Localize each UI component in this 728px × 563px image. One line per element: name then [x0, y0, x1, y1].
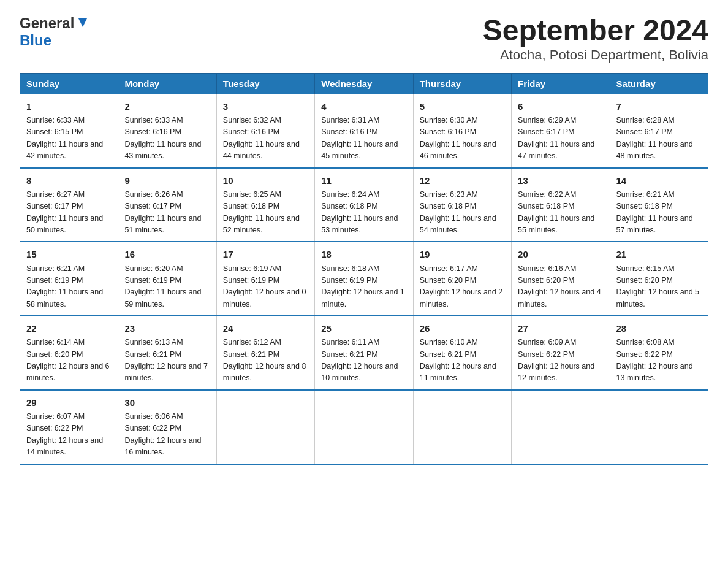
day-number: 29	[26, 396, 112, 410]
page-subtitle: Atocha, Potosi Department, Bolivia	[483, 47, 708, 63]
day-number: 30	[124, 396, 210, 410]
sunset-text: Sunset: 6:21 PM	[124, 350, 181, 359]
header-thursday: Thursday	[413, 73, 511, 94]
header-monday: Monday	[118, 73, 216, 94]
sunrise-text: Sunrise: 6:33 AM	[124, 116, 183, 124]
header-sunday: Sunday	[20, 73, 118, 94]
calendar-cell: 13Sunrise: 6:22 AMSunset: 6:18 PMDayligh…	[512, 168, 610, 242]
calendar-cell: 18Sunrise: 6:18 AMSunset: 6:19 PMDayligh…	[315, 242, 413, 316]
calendar-cell	[512, 390, 610, 464]
sunset-text: Sunset: 6:16 PM	[223, 128, 279, 136]
sunrise-text: Sunrise: 6:06 AM	[124, 412, 183, 421]
day-number: 15	[26, 247, 112, 261]
calendar-week-row: 1Sunrise: 6:33 AMSunset: 6:15 PMDaylight…	[20, 94, 708, 167]
daylight-text: Daylight: 12 hours and 2 minutes.	[420, 288, 503, 308]
sunrise-text: Sunrise: 6:10 AM	[420, 338, 478, 347]
sunset-text: Sunset: 6:19 PM	[124, 276, 181, 285]
calendar-cell: 9Sunrise: 6:26 AMSunset: 6:17 PMDaylight…	[118, 168, 216, 242]
daylight-text: Daylight: 11 hours and 43 minutes.	[124, 140, 201, 160]
calendar-cell: 16Sunrise: 6:20 AMSunset: 6:19 PMDayligh…	[118, 242, 216, 316]
sunrise-text: Sunrise: 6:15 AM	[616, 264, 675, 273]
day-number: 2	[124, 99, 210, 113]
day-number: 24	[223, 321, 308, 335]
sunrise-text: Sunrise: 6:20 AM	[124, 264, 183, 273]
sunset-text: Sunset: 6:19 PM	[26, 276, 83, 285]
calendar-cell: 5Sunrise: 6:30 AMSunset: 6:16 PMDaylight…	[413, 94, 511, 167]
day-number: 19	[420, 247, 505, 261]
daylight-text: Daylight: 12 hours and 1 minute.	[321, 288, 404, 308]
calendar-cell: 7Sunrise: 6:28 AMSunset: 6:17 PMDaylight…	[610, 94, 708, 167]
day-number: 10	[223, 174, 308, 188]
sunrise-text: Sunrise: 6:33 AM	[26, 116, 85, 124]
sunrise-text: Sunrise: 6:12 AM	[223, 338, 281, 347]
day-number: 20	[518, 247, 603, 261]
calendar-cell: 28Sunrise: 6:08 AMSunset: 6:22 PMDayligh…	[610, 316, 708, 390]
sunrise-text: Sunrise: 6:30 AM	[420, 116, 478, 124]
day-number: 14	[616, 174, 702, 188]
calendar-cell: 22Sunrise: 6:14 AMSunset: 6:20 PMDayligh…	[20, 316, 118, 390]
calendar-cell: 12Sunrise: 6:23 AMSunset: 6:18 PMDayligh…	[413, 168, 511, 242]
sunset-text: Sunset: 6:19 PM	[223, 276, 279, 285]
daylight-text: Daylight: 11 hours and 42 minutes.	[26, 140, 103, 160]
logo-triangle-icon	[76, 16, 89, 29]
daylight-text: Daylight: 11 hours and 44 minutes.	[223, 140, 300, 160]
calendar-week-row: 8Sunrise: 6:27 AMSunset: 6:17 PMDaylight…	[20, 168, 708, 242]
day-number: 17	[223, 247, 308, 261]
day-number: 22	[26, 321, 112, 335]
sunset-text: Sunset: 6:20 PM	[616, 276, 673, 285]
svg-marker-0	[78, 18, 87, 27]
daylight-text: Daylight: 11 hours and 50 minutes.	[26, 214, 103, 234]
daylight-text: Daylight: 12 hours and 13 minutes.	[616, 362, 693, 382]
sunrise-text: Sunrise: 6:08 AM	[616, 338, 675, 347]
day-number: 28	[616, 321, 702, 335]
daylight-text: Daylight: 11 hours and 45 minutes.	[321, 140, 398, 160]
calendar-cell: 20Sunrise: 6:16 AMSunset: 6:20 PMDayligh…	[512, 242, 610, 316]
calendar-cell: 1Sunrise: 6:33 AMSunset: 6:15 PMDaylight…	[20, 94, 118, 167]
sunset-text: Sunset: 6:18 PM	[321, 202, 377, 210]
sunrise-text: Sunrise: 6:16 AM	[518, 264, 576, 273]
sunset-text: Sunset: 6:17 PM	[616, 128, 673, 136]
sunset-text: Sunset: 6:20 PM	[26, 350, 83, 359]
sunrise-text: Sunrise: 6:26 AM	[124, 190, 183, 199]
header-wednesday: Wednesday	[315, 73, 413, 94]
sunset-text: Sunset: 6:20 PM	[420, 276, 476, 285]
daylight-text: Daylight: 12 hours and 6 minutes.	[26, 362, 110, 382]
calendar-cell: 8Sunrise: 6:27 AMSunset: 6:17 PMDaylight…	[20, 168, 118, 242]
sunset-text: Sunset: 6:16 PM	[321, 128, 377, 136]
calendar-cell: 6Sunrise: 6:29 AMSunset: 6:17 PMDaylight…	[512, 94, 610, 167]
calendar-cell: 10Sunrise: 6:25 AMSunset: 6:18 PMDayligh…	[216, 168, 314, 242]
calendar-cell: 4Sunrise: 6:31 AMSunset: 6:16 PMDaylight…	[315, 94, 413, 167]
calendar-cell: 29Sunrise: 6:07 AMSunset: 6:22 PMDayligh…	[20, 390, 118, 464]
daylight-text: Daylight: 12 hours and 14 minutes.	[26, 436, 103, 456]
daylight-text: Daylight: 12 hours and 0 minutes.	[223, 288, 306, 308]
day-number: 5	[420, 99, 505, 113]
calendar-cell: 23Sunrise: 6:13 AMSunset: 6:21 PMDayligh…	[118, 316, 216, 390]
calendar-cell: 15Sunrise: 6:21 AMSunset: 6:19 PMDayligh…	[20, 242, 118, 316]
sunrise-text: Sunrise: 6:17 AM	[420, 264, 478, 273]
sunset-text: Sunset: 6:22 PM	[518, 350, 574, 359]
daylight-text: Daylight: 11 hours and 51 minutes.	[124, 214, 201, 234]
header-tuesday: Tuesday	[216, 73, 314, 94]
calendar-cell: 30Sunrise: 6:06 AMSunset: 6:22 PMDayligh…	[118, 390, 216, 464]
daylight-text: Daylight: 11 hours and 55 minutes.	[518, 214, 594, 234]
daylight-text: Daylight: 11 hours and 48 minutes.	[616, 140, 693, 160]
sunrise-text: Sunrise: 6:11 AM	[321, 338, 379, 347]
sunrise-text: Sunrise: 6:27 AM	[26, 190, 85, 199]
sunrise-text: Sunrise: 6:21 AM	[26, 264, 85, 273]
sunset-text: Sunset: 6:17 PM	[518, 128, 574, 136]
sunset-text: Sunset: 6:19 PM	[321, 276, 377, 285]
day-number: 7	[616, 99, 702, 113]
day-number: 23	[124, 321, 210, 335]
daylight-text: Daylight: 11 hours and 53 minutes.	[321, 214, 398, 234]
sunset-text: Sunset: 6:18 PM	[420, 202, 476, 210]
sunrise-text: Sunrise: 6:13 AM	[124, 338, 183, 347]
sunrise-text: Sunrise: 6:28 AM	[616, 116, 675, 124]
sunset-text: Sunset: 6:21 PM	[420, 350, 476, 359]
sunset-text: Sunset: 6:22 PM	[26, 424, 83, 432]
day-number: 12	[420, 174, 505, 188]
daylight-text: Daylight: 11 hours and 59 minutes.	[124, 288, 201, 308]
daylight-text: Daylight: 12 hours and 16 minutes.	[124, 436, 201, 456]
daylight-text: Daylight: 12 hours and 10 minutes.	[321, 362, 398, 382]
sunrise-text: Sunrise: 6:25 AM	[223, 190, 281, 199]
sunset-text: Sunset: 6:16 PM	[420, 128, 476, 136]
